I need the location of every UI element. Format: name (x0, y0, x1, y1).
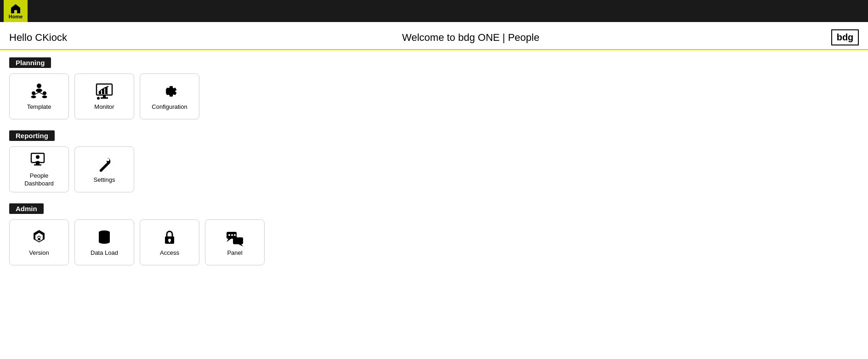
access-card[interactable]: Access (140, 219, 199, 265)
svg-point-5 (42, 95, 47, 98)
svg-rect-32 (169, 240, 170, 242)
svg-point-29 (99, 240, 110, 244)
settings-card[interactable]: Settings (74, 146, 134, 192)
planning-section: Planning Te (9, 57, 859, 119)
main-content: Planning Te (0, 57, 868, 286)
svg-point-3 (31, 95, 36, 98)
svg-point-39 (234, 234, 236, 236)
data-load-icon (95, 228, 113, 247)
monitor-label: Monitor (94, 103, 114, 111)
svg-marker-36 (238, 244, 243, 247)
monitor-card[interactable]: Monitor (74, 73, 134, 119)
configuration-card[interactable]: Configuration (140, 73, 199, 119)
reporting-section-label: Reporting (9, 130, 55, 141)
top-nav: Home (0, 0, 868, 22)
svg-rect-13 (101, 97, 108, 99)
admin-section: Admin Version (9, 203, 859, 265)
configuration-label: Configuration (152, 103, 187, 111)
greeting: Hello CKiock (9, 32, 110, 44)
access-icon (160, 228, 179, 247)
panel-label: Panel (227, 249, 242, 257)
svg-point-18 (36, 155, 40, 159)
header-divider (0, 49, 868, 50)
svg-point-38 (231, 234, 233, 236)
home-icon (10, 3, 21, 13)
logo: bdg (831, 29, 859, 45)
version-icon (30, 228, 48, 247)
settings-label: Settings (94, 176, 115, 184)
monitor-icon (95, 82, 113, 101)
data-load-label: Data Load (91, 249, 118, 257)
panel-icon (226, 228, 244, 247)
home-button[interactable]: Home (4, 0, 28, 22)
svg-point-0 (37, 84, 41, 88)
svg-rect-35 (233, 237, 243, 244)
people-dashboard-card[interactable]: People Dashboard (9, 146, 69, 192)
template-icon (30, 82, 48, 101)
svg-rect-11 (105, 87, 108, 94)
configuration-icon (160, 82, 179, 101)
people-dashboard-label: People Dashboard (24, 172, 54, 188)
svg-rect-17 (34, 164, 41, 166)
admin-cards-row: Version Data Load (9, 219, 859, 265)
planning-cards-row: Template (9, 73, 859, 119)
people-dashboard-icon (30, 151, 48, 169)
data-load-card[interactable]: Data Load (74, 219, 134, 265)
settings-icon (95, 155, 113, 174)
svg-rect-12 (103, 95, 106, 97)
svg-marker-34 (227, 239, 231, 242)
svg-point-1 (36, 89, 42, 92)
version-card[interactable]: Version (9, 219, 69, 265)
reporting-cards-row: People Dashboard Settings (9, 146, 859, 192)
svg-point-14 (97, 97, 100, 100)
svg-point-37 (228, 234, 230, 236)
version-label: Version (29, 249, 49, 257)
admin-section-label: Admin (9, 203, 44, 214)
reporting-section: Reporting People Dashboard (9, 130, 859, 192)
panel-card[interactable]: Panel (205, 219, 265, 265)
svg-rect-10 (102, 89, 104, 94)
home-label: Home (9, 14, 23, 19)
template-label: Template (27, 103, 51, 111)
planning-section-label: Planning (9, 57, 51, 68)
page-title: Welcome to bdg ONE | People (110, 32, 831, 44)
svg-rect-16 (36, 163, 40, 164)
svg-point-19 (107, 158, 109, 161)
template-card[interactable]: Template (9, 73, 69, 119)
access-label: Access (160, 249, 179, 257)
header: Hello CKiock Welcome to bdg ONE | People… (0, 22, 868, 49)
